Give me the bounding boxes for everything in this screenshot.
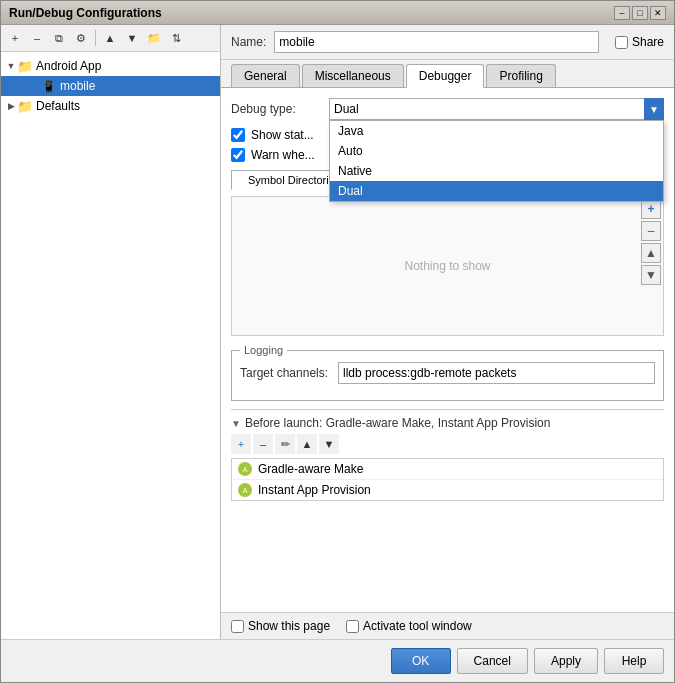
- symbol-remove-button[interactable]: –: [641, 221, 661, 241]
- tab-miscellaneous[interactable]: Miscellaneous: [302, 64, 404, 87]
- debug-type-dropdown: Java Auto Native Dual: [329, 120, 664, 202]
- maximize-button[interactable]: □: [632, 6, 648, 20]
- tree-item-android-app[interactable]: ▼ 📁 Android App: [1, 56, 220, 76]
- share-checkbox[interactable]: [615, 36, 628, 49]
- before-launch-label: Before launch: Gradle-aware Make, Instan…: [245, 416, 551, 430]
- sort-button[interactable]: ⇅: [166, 28, 186, 48]
- android-app-label: Android App: [36, 59, 101, 73]
- launch-down-button[interactable]: ▼: [319, 434, 339, 454]
- tabs-bar: General Miscellaneous Debugger Profiling: [221, 60, 674, 88]
- minimize-button[interactable]: –: [614, 6, 630, 20]
- dropdown-item-native[interactable]: Native: [330, 161, 663, 181]
- cancel-button[interactable]: Cancel: [457, 648, 528, 674]
- help-button[interactable]: Help: [604, 648, 664, 674]
- defaults-label: Defaults: [36, 99, 80, 113]
- launch-remove-button[interactable]: –: [253, 434, 273, 454]
- name-row: Name: Share: [221, 25, 674, 60]
- mobile-label: mobile: [60, 79, 95, 93]
- dialog-title: Run/Debug Configurations: [9, 6, 162, 20]
- add-config-button[interactable]: +: [5, 28, 25, 48]
- target-channels-row: Target channels:: [240, 362, 655, 384]
- tree-item-mobile[interactable]: ▶ 📱 mobile: [1, 76, 220, 96]
- before-launch-arrow[interactable]: ▼: [231, 418, 241, 429]
- title-bar-buttons: – □ ✕: [614, 6, 666, 20]
- bottom-checkboxes: Show this page Activate tool window: [221, 612, 674, 639]
- mobile-icon: 📱: [41, 78, 57, 94]
- show-stat-checkbox[interactable]: [231, 128, 245, 142]
- config-tree: ▼ 📁 Android App ▶ 📱 mobile ▶: [1, 52, 220, 639]
- symbol-toolbar: + – ▲ ▼: [641, 199, 661, 285]
- apply-button[interactable]: Apply: [534, 648, 598, 674]
- main-content: + – ⧉ ⚙ ▲ ▼ 📁 ⇅ ▼ 📁 Android App: [1, 25, 674, 639]
- debug-type-row: Debug type: Dual ▼ Java Auto Native Dual: [231, 98, 664, 120]
- show-page-container: Show this page: [231, 619, 330, 633]
- share-label: Share: [632, 35, 664, 49]
- symbol-up-button[interactable]: ▲: [641, 243, 661, 263]
- debug-type-select[interactable]: Dual: [329, 98, 664, 120]
- symbol-down-button[interactable]: ▼: [641, 265, 661, 285]
- target-channels-input[interactable]: [338, 362, 655, 384]
- before-launch-toolbar: + – ✏ ▲ ▼: [231, 434, 664, 454]
- dropdown-item-auto[interactable]: Auto: [330, 141, 663, 161]
- target-channels-label: Target channels:: [240, 366, 330, 380]
- activate-window-checkbox[interactable]: [346, 620, 359, 633]
- launch-edit-button[interactable]: ✏: [275, 434, 295, 454]
- before-launch-section: ▼ Before launch: Gradle-aware Make, Inst…: [231, 409, 664, 501]
- debugger-tab-content: Debug type: Dual ▼ Java Auto Native Dual: [221, 88, 674, 612]
- debug-type-label: Debug type:: [231, 102, 321, 116]
- activate-window-container: Activate tool window: [346, 619, 472, 633]
- warn-when-checkbox[interactable]: [231, 148, 245, 162]
- remove-config-button[interactable]: –: [27, 28, 47, 48]
- expand-arrow-android-app: ▼: [5, 60, 17, 72]
- toolbar-separator-1: [95, 30, 96, 46]
- debug-type-dropdown-arrow[interactable]: ▼: [644, 98, 664, 120]
- settings-config-button[interactable]: ⚙: [71, 28, 91, 48]
- tree-item-defaults[interactable]: ▶ 📁 Defaults: [1, 96, 220, 116]
- debug-type-value: Dual: [334, 102, 359, 116]
- gradle-icon: A: [238, 462, 252, 476]
- debug-type-select-container: Dual ▼ Java Auto Native Dual: [329, 98, 664, 120]
- show-stat-label: Show stat...: [251, 128, 314, 142]
- before-launch-header: ▼ Before launch: Gradle-aware Make, Inst…: [231, 416, 664, 430]
- folder-button[interactable]: 📁: [144, 28, 164, 48]
- show-page-label: Show this page: [248, 619, 330, 633]
- instant-app-icon: A: [238, 483, 252, 497]
- activate-window-label: Activate tool window: [363, 619, 472, 633]
- launch-up-button[interactable]: ▲: [297, 434, 317, 454]
- right-panel: Name: Share General Miscellaneous Debugg…: [221, 25, 674, 639]
- dropdown-item-dual[interactable]: Dual: [330, 181, 663, 201]
- android-app-folder-icon: 📁: [17, 58, 33, 74]
- left-toolbar: + – ⧉ ⚙ ▲ ▼ 📁 ⇅: [1, 25, 220, 52]
- tab-general[interactable]: General: [231, 64, 300, 87]
- logging-legend: Logging: [240, 344, 287, 356]
- move-up-button[interactable]: ▲: [100, 28, 120, 48]
- launch-add-button[interactable]: +: [231, 434, 251, 454]
- expand-arrow-defaults: ▶: [5, 100, 17, 112]
- symbol-add-button[interactable]: +: [641, 199, 661, 219]
- name-label: Name:: [231, 35, 266, 49]
- close-button[interactable]: ✕: [650, 6, 666, 20]
- copy-config-button[interactable]: ⧉: [49, 28, 69, 48]
- instant-app-label: Instant App Provision: [258, 483, 371, 497]
- nothing-to-show-label: Nothing to show: [232, 197, 663, 335]
- gradle-label: Gradle-aware Make: [258, 462, 363, 476]
- launch-list: A Gradle-aware Make A Instant App Provis…: [231, 458, 664, 501]
- run-debug-dialog: Run/Debug Configurations – □ ✕ + – ⧉ ⚙ ▲…: [0, 0, 675, 683]
- dropdown-item-java[interactable]: Java: [330, 121, 663, 141]
- defaults-folder-icon: 📁: [17, 98, 33, 114]
- launch-item-gradle[interactable]: A Gradle-aware Make: [232, 459, 663, 480]
- name-input[interactable]: [274, 31, 599, 53]
- tab-debugger[interactable]: Debugger: [406, 64, 485, 88]
- warn-when-label: Warn whe...: [251, 148, 315, 162]
- title-bar: Run/Debug Configurations – □ ✕: [1, 1, 674, 25]
- logging-fieldset: Logging Target channels:: [231, 344, 664, 401]
- launch-item-instant-app[interactable]: A Instant App Provision: [232, 480, 663, 500]
- show-page-checkbox[interactable]: [231, 620, 244, 633]
- left-panel: + – ⧉ ⚙ ▲ ▼ 📁 ⇅ ▼ 📁 Android App: [1, 25, 221, 639]
- symbol-directories-area: Nothing to show + – ▲ ▼: [231, 196, 664, 336]
- ok-button[interactable]: OK: [391, 648, 451, 674]
- share-row: Share: [615, 35, 664, 49]
- move-down-button[interactable]: ▼: [122, 28, 142, 48]
- dialog-footer: OK Cancel Apply Help: [1, 639, 674, 682]
- tab-profiling[interactable]: Profiling: [486, 64, 555, 87]
